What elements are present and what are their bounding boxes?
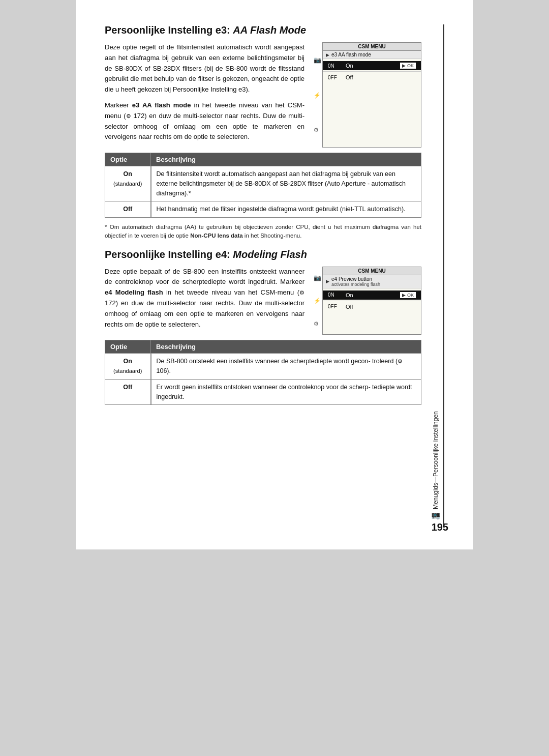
flash-icon-2: ⚡: [314, 298, 321, 304]
csm-row-on-1: 0N On ▶ OK: [323, 61, 421, 70]
section2-csm-menu-wrapper: 📷 ⚡ ⚙ CSM MENU ▶ e4 Preview button activ…: [313, 267, 421, 335]
csm-header-1: ▶ e3 AA flash mode: [323, 51, 421, 59]
settings-icon-1: ⚙: [314, 127, 321, 133]
csm-arrow-2: ▶: [326, 279, 329, 284]
section1-footnote: * Om automatisch diafragma (AA) te gebru…: [105, 223, 421, 241]
table2-row1-desc: De SB-800 ontsteekt een instelflits wann…: [151, 354, 421, 380]
section1-para2: Markeer e3 AA flash mode in het tweede n…: [105, 100, 304, 142]
section2-table: Optie Beschrijving On (standaard) De SB-…: [105, 340, 421, 405]
section2-heading: Persoonlijke Instelling e4: Modeling Fla…: [105, 249, 421, 260]
page: Persoonlijke Instelling e3: AA Flash Mod…: [76, 0, 473, 549]
table-row: Off Er wordt geen instelflits ontstoken …: [105, 379, 421, 405]
flash-icon-1: ⚡: [314, 92, 321, 99]
table1-row2-opt: Off: [105, 201, 151, 218]
section1-csm-menu-wrapper: 📷 ⚡ ⚙ CSM MENU ▶ e3 AA flash mode 0N On: [313, 42, 421, 148]
table2-col2-header: Beschrijving: [151, 340, 421, 354]
csm-body-1: 0N On ▶ OK 0FF Off: [323, 59, 421, 84]
table2-row2-opt: Off: [105, 379, 151, 405]
table2-row1-opt: On (standaard): [105, 354, 151, 380]
camera-icon-1: 📷: [314, 56, 321, 64]
settings-icon-2: ⚙: [314, 321, 321, 327]
section1-text: Deze optie regelt of de flitsintensiteit…: [105, 42, 304, 148]
section1-para1: Deze optie regelt of de flitsintensiteit…: [105, 42, 304, 95]
section1-csm-box: CSM MENU ▶ e3 AA flash mode 0N On ▶ OK: [322, 42, 421, 148]
sidebar: 📷 Menugids—Persoonlijke instellingen: [430, 24, 444, 525]
table2-col1-header: Optie: [105, 340, 151, 354]
csm-side-icons-2: 📷 ⚡ ⚙: [313, 267, 322, 335]
section2-text: Deze optie bepaalt of de SB-800 een inst…: [105, 267, 304, 335]
table-row: On (standaard) De SB-800 ontsteekt een i…: [105, 354, 421, 380]
table1-row1-opt: On (standaard): [105, 166, 151, 201]
csm-row-on-2: 0N On ▶ OK: [323, 290, 421, 300]
csm-row-off-1: 0FF Off: [323, 73, 421, 82]
table1-row1-desc: De flitsintensiteit wordt automatisch aa…: [151, 166, 421, 201]
csm-arrow-1: ▶: [326, 52, 329, 57]
section1-heading: Persoonlijke Instelling e3: AA Flash Mod…: [105, 24, 421, 36]
csm-divider-2: [323, 301, 421, 301]
sidebar-icon: 📷: [432, 512, 440, 521]
section2-csm-box: CSM MENU ▶ e4 Preview button activates m…: [322, 267, 421, 335]
table-row: On (standaard) De flitsintensiteit wordt…: [105, 166, 421, 201]
sidebar-text: Menugids—Persoonlijke instellingen: [432, 411, 439, 509]
table1-col1-header: Optie: [105, 153, 151, 166]
table2-row2-desc: Er wordt geen instelflits ontstoken wann…: [151, 379, 421, 405]
section2-para1: Deze optie bepaalt of de SB-800 een inst…: [105, 267, 304, 330]
table1-col2-header: Beschrijving: [151, 153, 421, 166]
section1-table: Optie Beschrijving On (standaard) De fli…: [105, 153, 421, 218]
ok-badge-1: ▶ OK: [400, 63, 416, 69]
csm-row-off-2: 0FF Off: [323, 302, 421, 311]
csm-body-2: 0N On ▶ OK 0FF Off: [323, 288, 421, 313]
csm-title-2: CSM MENU: [323, 267, 421, 275]
ok-badge-2: ▶ OK: [400, 292, 416, 298]
csm-title-1: CSM MENU: [323, 43, 421, 51]
table1-row2-desc: Het handmatig met de flitser ingestelde …: [151, 201, 421, 218]
csm-side-icons-1: 📷 ⚡ ⚙: [313, 42, 322, 148]
section2-top: Deze optie bepaalt of de SB-800 een inst…: [105, 267, 421, 335]
section1-top: Deze optie regelt of de flitsintensiteit…: [105, 42, 421, 148]
table-row: Off Het handmatig met de flitser ingeste…: [105, 201, 421, 218]
main-content: Persoonlijke Instelling e3: AA Flash Mod…: [105, 24, 428, 525]
csm-header-2: ▶ e4 Preview button activates modeling f…: [323, 275, 421, 288]
csm-divider-1: [323, 71, 421, 72]
camera-icon-2: 📷: [314, 274, 321, 281]
